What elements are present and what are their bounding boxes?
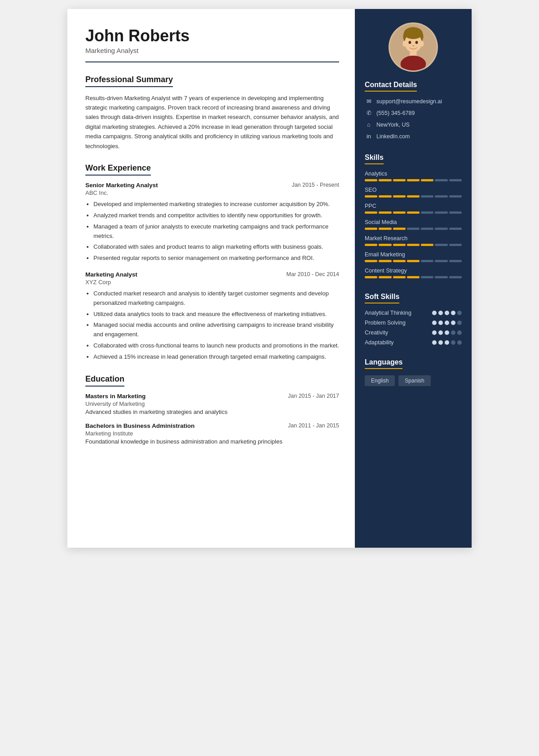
skill-segment (365, 260, 377, 262)
language-tag: Spanish (398, 375, 430, 386)
skill-bar (365, 211, 462, 214)
skill-segment (407, 260, 420, 262)
candidate-name: John Roberts (85, 27, 339, 45)
soft-skill-dot (451, 330, 455, 335)
edu-date: Jan 2015 - Jan 2017 (288, 393, 339, 399)
soft-skill-item: Creativity (365, 330, 462, 336)
skill-segment (449, 195, 462, 198)
skill-segment (421, 179, 433, 181)
skill-bar (365, 244, 462, 246)
skill-bar (365, 260, 462, 262)
skill-item: Content Strategy (365, 268, 462, 278)
soft-skill-dot (432, 340, 437, 345)
edu-desc: Foundational knowledge in business admin… (85, 438, 339, 445)
job-bullet: Utilized data analytics tools to track a… (93, 310, 339, 319)
skill-segment (435, 179, 447, 181)
work-heading: Work Experience (85, 163, 151, 176)
contact-list: ✉ support@resumedesign.ai ✆ (555) 345-67… (365, 98, 462, 141)
soft-skill-dot (457, 340, 462, 345)
education-heading: Education (85, 374, 124, 387)
job-bullet: Managed social media accounts and online… (93, 321, 339, 339)
soft-skill-name: Creativity (365, 330, 388, 336)
job-date: Mar 2010 - Dec 2014 (287, 271, 339, 277)
contact-item: in LinkedIn.com (365, 133, 462, 141)
resume-container: John Roberts Marketing Analyst Professio… (67, 9, 472, 548)
soft-skill-dot (451, 311, 455, 315)
soft-skill-dot (438, 330, 443, 335)
contact-heading: Contact Details (365, 81, 417, 92)
soft-skill-dot (457, 311, 462, 315)
work-section: Work Experience Senior Marketing Analyst… (85, 163, 339, 361)
job-title: Marketing Analyst (85, 271, 137, 278)
skill-segment (435, 195, 447, 198)
skill-segment (449, 179, 462, 181)
skill-segment (421, 276, 433, 278)
skill-segment (393, 211, 406, 214)
skill-segment (449, 228, 462, 230)
contact-item: ✆ (555) 345-6789 (365, 110, 462, 117)
skill-segment (435, 260, 447, 262)
contact-text: NewYork, US (376, 121, 410, 128)
soft-skills-list: Analytical Thinking Problem Solving Crea… (365, 310, 462, 346)
skill-segment (365, 211, 377, 214)
contact-item: ✉ support@resumedesign.ai (365, 98, 462, 105)
skill-segment (421, 260, 433, 262)
soft-skill-dot (457, 321, 462, 325)
languages-heading: Languages (365, 358, 402, 369)
skill-name: Market Research (365, 235, 462, 242)
edu-degree: Bachelors in Business Administration (85, 422, 194, 429)
summary-heading: Professional Summary (85, 75, 173, 87)
job-company: XYZ Corp (85, 279, 339, 286)
skill-item: Market Research (365, 235, 462, 246)
svg-point-7 (420, 41, 424, 47)
job-item: Marketing Analyst Mar 2010 - Dec 2014 XY… (85, 271, 339, 362)
soft-skill-dot (432, 321, 437, 325)
contact-icon: ✆ (365, 110, 373, 117)
photo-area (355, 9, 472, 81)
skill-segment (379, 244, 391, 246)
skill-segment (435, 228, 447, 230)
avatar (389, 22, 438, 72)
skill-name: SEO (365, 187, 462, 193)
soft-skill-dot (438, 340, 443, 345)
skill-segment (407, 179, 420, 181)
job-bullet: Developed and implemented marketing stra… (93, 200, 339, 209)
job-title: Senior Marketing Analyst (85, 182, 158, 189)
soft-skill-item: Analytical Thinking (365, 310, 462, 316)
language-tags: EnglishSpanish (365, 375, 462, 386)
skill-bar (365, 179, 462, 181)
contact-icon: ⌂ (365, 121, 373, 129)
skill-segment (407, 211, 420, 214)
skill-segment (365, 244, 377, 246)
svg-point-3 (404, 27, 423, 39)
skill-item: Email Marketing (365, 251, 462, 262)
soft-skills-section: Soft Skills Analytical Thinking Problem … (355, 293, 472, 358)
skill-segment (421, 195, 433, 198)
soft-skill-name: Adaptability (365, 339, 394, 346)
soft-skills-heading: Soft Skills (365, 293, 399, 303)
candidate-title: Marketing Analyst (85, 47, 339, 54)
job-bullets: Conducted market research and analysis t… (85, 289, 339, 362)
skill-segment (393, 179, 406, 181)
education-item: Bachelors in Business Administration Jan… (85, 422, 339, 445)
soft-skill-item: Adaptability (365, 339, 462, 346)
skill-segment (393, 260, 406, 262)
languages-section: Languages EnglishSpanish (355, 358, 472, 395)
skill-segment (435, 211, 447, 214)
skill-segment (379, 211, 391, 214)
job-bullet: Achieved a 15% increase in lead generati… (93, 352, 339, 362)
education-item: Masters in Marketing Jan 2015 - Jan 2017… (85, 393, 339, 415)
skill-name: Content Strategy (365, 268, 462, 274)
contact-icon: ✉ (365, 98, 373, 105)
job-bullet: Presented regular reports to senior mana… (93, 254, 339, 263)
soft-skill-dot (451, 321, 455, 325)
skill-segment (393, 228, 406, 230)
skill-segment (365, 276, 377, 278)
skill-segment (449, 244, 462, 246)
contact-section: Contact Details ✉ support@resumedesign.a… (355, 81, 472, 154)
job-bullets: Developed and implemented marketing stra… (85, 200, 339, 263)
job-bullet: Conducted market research and analysis t… (93, 289, 339, 308)
contact-icon: in (365, 133, 373, 141)
jobs-list: Senior Marketing Analyst Jan 2015 - Pres… (85, 182, 339, 361)
skills-heading: Skills (365, 154, 384, 164)
